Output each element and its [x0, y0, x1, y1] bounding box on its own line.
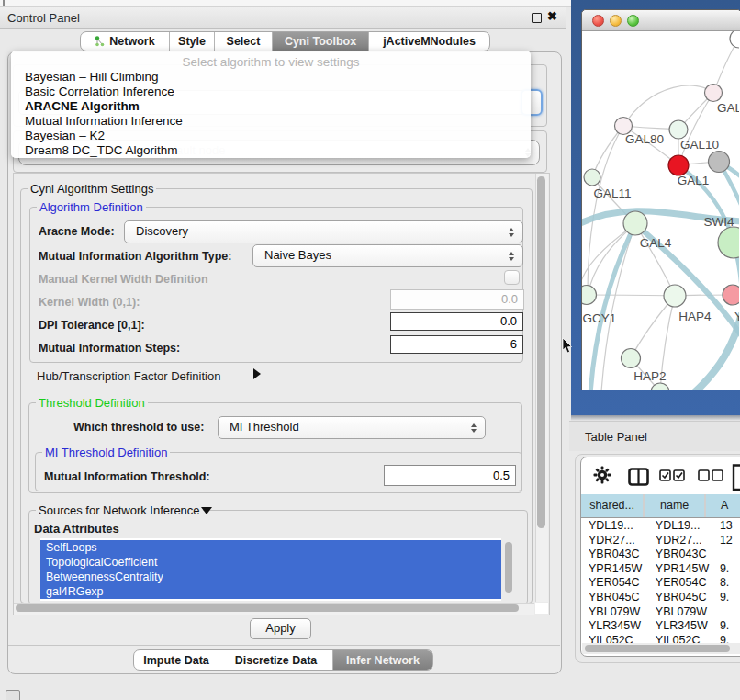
- popup-item[interactable]: Mutual Information Inference: [25, 114, 183, 128]
- table-cell: YBR045C: [654, 591, 718, 605]
- combo-arrows-icon: [509, 252, 515, 261]
- table-cell: YBL079W: [581, 605, 654, 620]
- bottom-tab-infer-network[interactable]: Infer Network: [333, 650, 432, 670]
- h-scrollbar-thumb[interactable]: [16, 604, 519, 612]
- gear-icon[interactable]: [593, 466, 611, 484]
- network-node-gcy1[interactable]: [582, 286, 597, 305]
- attribute-item[interactable]: TopologicalCoefficient: [40, 555, 501, 570]
- network-node-gal10[interactable]: [669, 120, 688, 139]
- attribute-item[interactable]: BetweennessCentrality: [40, 570, 501, 584]
- tab-select[interactable]: Select: [215, 32, 273, 51]
- mi-steps-label: Mutual Information Steps:: [39, 342, 180, 355]
- popup-item[interactable]: Basic Correlation Inference: [25, 85, 174, 98]
- collapse-arrow-icon[interactable]: [201, 507, 212, 514]
- split-columns-icon[interactable]: [628, 468, 649, 486]
- table-cell: YLR345W: [581, 619, 654, 634]
- node-label-gal7: GAL7: [717, 101, 739, 115]
- table-cell: 9.: [718, 619, 740, 634]
- table-row[interactable]: YIL052CYIL052C9.: [581, 634, 740, 643]
- tab-jactivemnodules[interactable]: jActiveMNodules: [369, 32, 489, 51]
- table-panel-title: Table Panel: [585, 430, 647, 444]
- table-row[interactable]: YBR043CYBR043C: [581, 548, 740, 562]
- expand-arrow-icon[interactable]: [253, 368, 261, 379]
- data-attributes-list[interactable]: SelfLoopsTopologicalCoefficientBetweenne…: [40, 538, 501, 601]
- zoom-traffic-light[interactable]: [627, 15, 639, 27]
- column-header[interactable]: shared...: [581, 494, 643, 517]
- table-cell: YBR043C: [581, 548, 654, 562]
- table-h-scrollbar-thumb[interactable]: [585, 645, 730, 652]
- table-row[interactable]: YLR345WYLR345W9.: [581, 619, 740, 634]
- tab-style[interactable]: Style: [170, 32, 215, 51]
- algorithm-popup: Select algorithm to view settings Bayesi…: [11, 51, 531, 158]
- mi-type-combo[interactable]: Naive Bayes: [252, 244, 523, 267]
- network-node-cyc1[interactable]: [723, 285, 739, 305]
- network-node-swi4[interactable]: [718, 227, 739, 258]
- tab-network[interactable]: Network: [81, 32, 170, 51]
- mouse-cursor: [562, 338, 573, 355]
- apply-button[interactable]: Apply: [250, 618, 311, 639]
- column-header[interactable]: A: [706, 494, 740, 517]
- table-row[interactable]: YDL19...YDL19...13: [581, 519, 740, 534]
- table-row[interactable]: YBL079WYBL079W: [581, 605, 740, 620]
- tab-cyni-toolbox[interactable]: Cyni Toolbox: [273, 32, 369, 51]
- select-all-checkboxes-icon[interactable]: [659, 469, 685, 482]
- table-cell: YBL079W: [654, 605, 718, 620]
- table-row[interactable]: YBR045CYBR045C9.: [581, 591, 740, 605]
- manual-kernel-label: Manual Kernel Width Definition: [39, 273, 208, 286]
- table-cell: YLR345W: [654, 619, 718, 634]
- float-window-icon[interactable]: [532, 13, 542, 23]
- network-node-node-top[interactable]: [730, 31, 739, 48]
- network-node-gal7[interactable]: [705, 85, 723, 102]
- network-node-hap2[interactable]: [622, 349, 641, 368]
- which-threshold-combo[interactable]: MI Threshold: [218, 416, 486, 439]
- attr-list-scrollbar[interactable]: [505, 542, 512, 593]
- dock-icon[interactable]: [6, 690, 20, 700]
- algorithm-definition-title: Algorithm Definition: [37, 200, 146, 214]
- popup-item[interactable]: Dream8 DC_TDC Algorithm: [25, 143, 178, 157]
- popup-item[interactable]: ARACNE Algorithm: [25, 99, 140, 113]
- bottom-tab-discretize-data[interactable]: Discretize Data: [219, 650, 333, 670]
- close-traffic-light[interactable]: [592, 15, 604, 27]
- bottom-tab-impute-data[interactable]: Impute Data: [134, 650, 219, 670]
- attribute-item[interactable]: SelfLoops: [40, 540, 501, 555]
- cyni-settings-title: Cyni Algorithm Settings: [28, 182, 156, 196]
- mi-threshold-input[interactable]: 0.5: [384, 465, 516, 486]
- minimize-traffic-light[interactable]: [610, 15, 622, 27]
- network-edge[interactable]: [635, 224, 675, 296]
- kernel-width-input[interactable]: 0.0: [390, 289, 524, 310]
- attribute-item[interactable]: gal4RGexp: [40, 584, 501, 599]
- aracne-mode-combo[interactable]: Discovery: [124, 220, 523, 243]
- network-edge[interactable]: [588, 295, 675, 296]
- network-node-gray-node[interactable]: [709, 152, 730, 173]
- table-row[interactable]: YPR145WYPR145W9.: [581, 562, 740, 577]
- node-label-gcy1: GCY1: [583, 311, 617, 325]
- popup-item[interactable]: Bayesian – Hill Climbing: [25, 70, 159, 84]
- table-cell: YDL19...: [654, 519, 718, 534]
- network-node-gal4[interactable]: [623, 211, 647, 235]
- network-node-hap4[interactable]: [664, 285, 686, 307]
- table-row[interactable]: YDR27...YDR27...12: [581, 534, 740, 548]
- close-icon[interactable]: ✖: [547, 10, 557, 22]
- table-cell: 13: [718, 519, 740, 534]
- mi-steps-input[interactable]: 6: [390, 335, 523, 354]
- combo-arrows-icon: [471, 423, 477, 433]
- column-header[interactable]: name: [645, 494, 704, 517]
- document-icon[interactable]: [732, 464, 740, 491]
- network-edge[interactable]: [623, 85, 713, 126]
- network-window-titlebar: [582, 10, 740, 31]
- popup-item[interactable]: Bayesian – K2: [25, 129, 105, 142]
- node-label-hap4: HAP4: [678, 310, 712, 323]
- control-panel-tabs: NetworkStyleSelectCyni ToolboxjActiveMNo…: [80, 31, 490, 51]
- hub-definition-label[interactable]: Hub/Transcription Factor Definition: [37, 369, 220, 383]
- network-node-gal11[interactable]: [584, 169, 600, 186]
- network-canvas[interactable]: GAL7GAL80GAL10GAL1GAL11GAL4SWI4GCY1HAP4Y…: [582, 31, 739, 390]
- v-scrollbar-thumb[interactable]: [537, 176, 545, 528]
- table-row[interactable]: YER054CYER054C8.: [581, 576, 740, 591]
- network-node-gal1[interactable]: [668, 155, 689, 175]
- dpi-tolerance-input[interactable]: 0.0: [390, 312, 523, 331]
- manual-kernel-checkbox[interactable]: [504, 270, 520, 285]
- node-label-gal10: GAL10: [680, 138, 719, 152]
- table-header-row: shared...nameA: [581, 494, 740, 518]
- network-window: GAL7GAL80GAL10GAL1GAL11GAL4SWI4GCY1HAP4Y…: [581, 9, 740, 390]
- unselect-all-checkboxes-icon[interactable]: [698, 469, 723, 482]
